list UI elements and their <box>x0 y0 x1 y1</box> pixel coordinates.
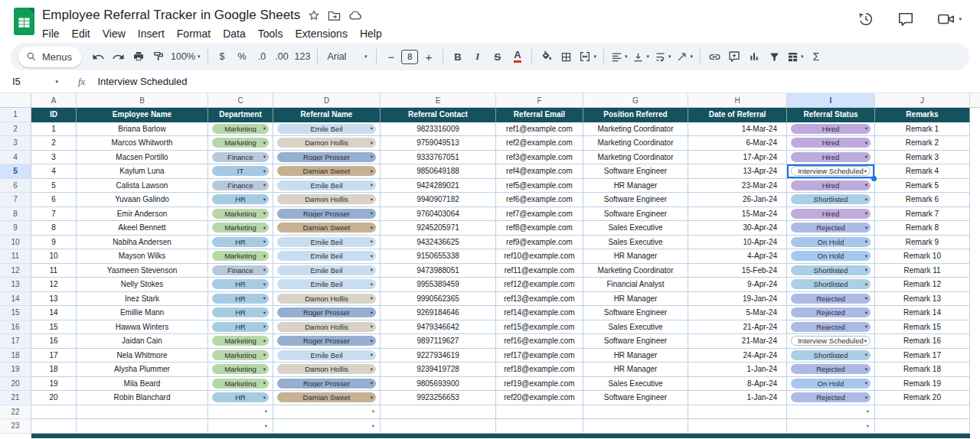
cell-H16[interactable]: 21-Apr-24 <box>688 320 787 335</box>
row-header-12[interactable]: 12 <box>0 264 31 278</box>
column-header-C[interactable]: C <box>208 93 273 107</box>
cell-B10[interactable]: Nabiha Andersen <box>77 236 208 250</box>
cell-I7[interactable]: Shortlisted▾ <box>787 193 875 207</box>
cell-A9[interactable]: 8 <box>31 221 77 236</box>
cell-F18[interactable]: ref17@example.com <box>496 349 583 363</box>
cell-C1[interactable]: Department <box>208 108 273 122</box>
cell-C18[interactable]: Marketing▾ <box>208 349 273 363</box>
cell-I11[interactable]: On Hold▾ <box>787 249 875 264</box>
cell-I15[interactable]: Rejected▾ <box>787 306 875 320</box>
referral-name-dropdown-chip[interactable]: Emile Beil▾ <box>277 265 376 275</box>
cell-F10[interactable]: ref9@example.com <box>496 236 583 250</box>
department-dropdown-chip[interactable]: Marketing▾ <box>212 336 269 346</box>
cell-A4[interactable]: 3 <box>31 151 77 165</box>
cell-J6[interactable]: Remark 5 <box>875 179 970 193</box>
format-currency-button[interactable]: $ <box>213 47 232 67</box>
cell-G22[interactable] <box>583 405 688 420</box>
department-dropdown-chip[interactable]: Finance▾ <box>212 152 269 162</box>
cell-B9[interactable]: Akeel Bennett <box>77 221 208 236</box>
cell-G14[interactable]: HR Manager <box>583 292 688 307</box>
cell-I16[interactable]: Rejected▾ <box>787 320 875 335</box>
row-header-10[interactable]: 10 <box>0 236 31 250</box>
cell-C20[interactable]: Marketing▾ <box>208 377 273 392</box>
menu-item-view[interactable]: View <box>96 26 132 41</box>
cell-C6[interactable]: Finance▾ <box>208 179 273 193</box>
cell-B3[interactable]: Marcos Whitworth <box>77 136 208 151</box>
menu-item-insert[interactable]: Insert <box>132 26 171 41</box>
redo-button[interactable] <box>109 47 128 67</box>
cell-A16[interactable]: 15 <box>31 320 77 335</box>
menu-item-format[interactable]: Format <box>171 26 217 41</box>
cell-G17[interactable]: Software Engineer <box>583 334 688 349</box>
cell-C10[interactable]: HR▾ <box>208 236 273 250</box>
row-header-18[interactable]: 18 <box>0 349 31 363</box>
cell-I13[interactable]: Shortlisted▾ <box>787 278 875 292</box>
undo-button[interactable] <box>89 47 108 67</box>
cell-B20[interactable]: Mila Beard <box>77 377 208 392</box>
cell-C11[interactable]: Marketing▾ <box>208 249 273 264</box>
cell-F12[interactable]: ref11@example.com <box>496 264 583 278</box>
row-header-21[interactable]: 21 <box>0 391 31 405</box>
cell-E14[interactable]: 9990562365 <box>381 292 496 307</box>
cell-B8[interactable]: Emir Anderson <box>77 207 208 222</box>
cell-J1[interactable]: Remarks <box>875 108 970 122</box>
bold-button[interactable]: B <box>448 47 467 67</box>
cell-B7[interactable]: Yuvaan Galindo <box>77 193 208 207</box>
status-dropdown-chip[interactable]: Hired▾ <box>791 209 871 219</box>
cell-F11[interactable]: ref10@example.com <box>496 249 583 264</box>
star-icon[interactable] <box>308 9 320 21</box>
paint-format-icon[interactable] <box>149 47 168 67</box>
borders-button[interactable] <box>557 47 576 67</box>
cell-I2[interactable]: Hired▾ <box>787 122 875 137</box>
increase-decimal-button[interactable]: .00 <box>273 47 292 67</box>
column-header-E[interactable]: E <box>381 93 496 107</box>
column-header-B[interactable]: B <box>77 93 208 107</box>
cell-E5[interactable]: 9850649188 <box>381 164 496 179</box>
cell-G10[interactable]: Sales Executive <box>583 236 688 250</box>
status-dropdown-chip[interactable]: Hired▾ <box>791 124 871 134</box>
row-header-8[interactable]: 8 <box>0 207 31 222</box>
cell-D12[interactable]: Emile Beil▾ <box>273 264 381 278</box>
cell-H7[interactable]: 26-Jan-24 <box>688 193 787 207</box>
cell-F2[interactable]: ref1@example.com <box>496 122 583 137</box>
cell-D23[interactable]: ▾ <box>273 419 381 434</box>
department-dropdown-chip[interactable]: HR▾ <box>212 279 269 289</box>
cell-H10[interactable]: 10-Apr-24 <box>688 236 787 250</box>
status-dropdown-chip[interactable]: On Hold▾ <box>791 237 871 247</box>
cell-A21[interactable]: 20 <box>31 391 77 405</box>
referral-name-dropdown-chip[interactable]: Emile Beil▾ <box>277 124 376 134</box>
department-dropdown-chip[interactable]: HR▾ <box>212 322 269 332</box>
cell-A15[interactable]: 14 <box>31 306 77 320</box>
cell-E13[interactable]: 9955389459 <box>381 278 496 292</box>
referral-name-dropdown-chip[interactable]: Damian Sweet▾ <box>277 392 376 402</box>
cell-E15[interactable]: 9269184646 <box>381 306 496 320</box>
cell-G4[interactable]: Marketing Coordinator <box>583 151 688 165</box>
cell-A11[interactable]: 10 <box>31 249 77 264</box>
formula-input[interactable]: Interview Scheduled <box>97 76 187 87</box>
column-header-A[interactable]: A <box>31 93 77 107</box>
cell-J10[interactable]: Remark 9 <box>875 236 970 250</box>
row-header-20[interactable]: 20 <box>0 377 31 392</box>
cell-A17[interactable]: 16 <box>31 334 77 349</box>
version-history-icon[interactable] <box>858 11 874 28</box>
cell-I10[interactable]: On Hold▾ <box>787 236 875 250</box>
row-header-1[interactable]: 1 <box>0 108 31 122</box>
cell-J19[interactable]: Remark 18 <box>875 363 970 377</box>
cell-E20[interactable]: 9805693900 <box>381 377 496 392</box>
department-dropdown-chip[interactable]: Marketing▾ <box>212 350 269 360</box>
menu-item-data[interactable]: Data <box>217 26 252 41</box>
decrease-decimal-button[interactable]: .0 <box>253 47 272 67</box>
cell-H22[interactable] <box>688 405 787 420</box>
cell-H18[interactable]: 24-Apr-24 <box>688 349 787 363</box>
cell-B5[interactable]: Kaylum Luna <box>77 164 208 179</box>
referral-name-dropdown-chip[interactable]: Damian Sweet▾ <box>277 223 376 233</box>
cell-B1[interactable]: Employee Name <box>77 108 208 122</box>
cell-H17[interactable]: 21-Mar-24 <box>688 334 787 349</box>
text-rotation-button[interactable]: ▾ <box>674 47 695 67</box>
decrease-font-size-button[interactable]: − <box>381 47 400 67</box>
cell-I5[interactable]: Interview Scheduled▾ <box>787 164 875 179</box>
move-folder-icon[interactable] <box>328 10 341 21</box>
cell-F8[interactable]: ref7@example.com <box>496 207 583 222</box>
cell-D11[interactable]: Emile Beil▾ <box>273 249 381 264</box>
cell-F15[interactable]: ref14@example.com <box>496 306 583 320</box>
